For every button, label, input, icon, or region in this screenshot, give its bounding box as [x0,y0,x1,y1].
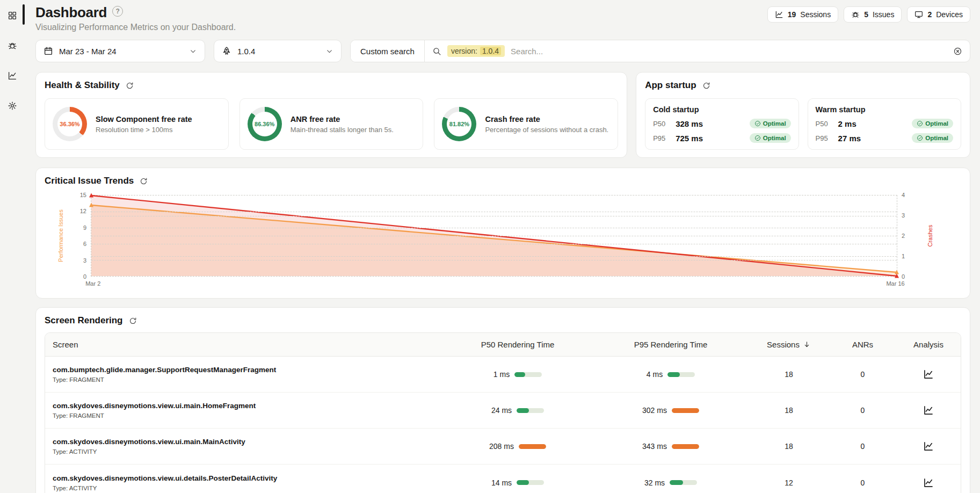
x-axis-label: Mar 16 [886,280,904,287]
gridline [91,216,897,216]
search-field[interactable]: version: 1.0.4 [425,40,970,62]
series-marker [89,193,93,198]
sessions-button[interactable]: 19Sessions [767,6,838,23]
stat-value: 2 ms [838,119,877,128]
search-tag-value: 1.0.4 [480,47,501,55]
time-bar-fill [670,480,683,485]
right-axis-tick: 4 [902,191,905,199]
donut-chart: 86.36% [248,107,282,141]
column-header-screen[interactable]: Screen [45,340,442,349]
search-input[interactable] [511,47,947,56]
gridline [91,228,897,228]
chevron-down-icon [325,47,333,55]
gridline [91,260,897,260]
nav-metrics[interactable] [5,69,20,83]
screen-table: ScreenP50 Rendering TimeP95 Rendering Ti… [45,332,961,493]
search-filter-tag[interactable]: version: 1.0.4 [447,45,505,57]
analysis-button[interactable] [923,405,934,416]
donut-value: 36.36% [57,112,82,136]
metric-text: Slow Component free rateResolution time … [96,115,192,134]
startup-stat-row: P50328 msOptimal [653,119,790,128]
analysis-button[interactable] [923,477,934,488]
date-range-select[interactable]: Mar 23 - Mar 24 [35,40,205,62]
refresh-icon [702,82,710,90]
table-body: com.bumptech.glide.manager.SupportReques… [45,357,961,493]
time-bar-fill [667,372,679,377]
table-header: ScreenP50 Rendering TimeP95 Rendering Ti… [45,333,961,357]
p50-rendering-cell: 208 ms [442,442,593,451]
version-select[interactable]: 1.0.4 [214,40,342,62]
startup-group: Warm startupP502 msOptimalP9527 msOptima… [808,98,961,150]
p95-rendering-cell: 343 ms [593,442,749,451]
health-stability-card: Health & Stability 36.36%Slow Component … [35,72,627,158]
refresh-button[interactable] [702,82,710,90]
time-value: 1 ms [493,370,510,379]
page-subtitle: Visualizing Performance Metrics on your … [35,23,236,32]
analysis-button[interactable] [923,369,934,380]
time-bar-fill [519,444,546,449]
chevron-down-icon [189,47,197,55]
stat-name: P50 [653,120,669,128]
nav-settings[interactable] [5,99,20,113]
column-header-p50-rendering-time[interactable]: P50 Rendering Time [442,340,593,349]
analysis-button[interactable] [923,441,934,452]
time-bar [517,480,544,485]
screen-name: com.skydoves.disneymotions.view.ui.main.… [53,438,435,446]
card-title: Health & Stability [45,80,120,91]
nav-issues[interactable] [5,39,20,53]
left-axis-tick: 0 [45,273,86,280]
column-header-sessions[interactable]: Sessions [749,340,829,349]
health-metric-card: 81.82%Crash free ratePercentage of sessi… [434,98,618,150]
time-value: 302 ms [642,406,667,415]
metric-label: Crash free rate [485,115,608,124]
card-title: Critical Issue Trends [45,176,134,186]
issues-button[interactable]: 5Issues [844,6,902,23]
clear-search-button[interactable] [953,47,962,56]
close-icon [953,47,962,56]
refresh-button[interactable] [129,317,137,325]
health-metrics: 36.36%Slow Component free rateResolution… [45,98,618,150]
help-icon[interactable]: ? [112,6,123,17]
badge-label: Optimal [925,120,948,127]
sessions-cell: 18 [749,406,829,415]
anrs-cell: 0 [829,406,896,415]
check-icon [754,120,761,127]
issues-icon [851,10,860,19]
table-row[interactable]: com.skydoves.disneymotions.view.ui.main.… [45,429,961,465]
sessions-cell: 12 [749,479,829,487]
devices-button[interactable]: 2Devices [907,6,970,23]
custom-search-button[interactable]: Custom search [351,40,425,62]
column-label: P50 Rendering Time [481,340,555,349]
time-bar [519,444,546,449]
table-row[interactable]: com.skydoves.disneymotions.view.ui.detai… [45,465,961,493]
left-axis-tick: 6 [45,240,86,248]
column-header-anrs[interactable]: ANRs [829,340,896,349]
right-axis-tick: 1 [902,252,905,260]
column-header-p95-rendering-time[interactable]: P95 Rendering Time [593,340,749,349]
refresh-button[interactable] [140,177,148,185]
card-title: Screen Rendering [45,315,123,326]
refresh-button[interactable] [126,82,134,90]
time-bar [670,480,697,485]
status-badge: Optimal [912,119,953,128]
startup-group-label: Warm startup [816,105,953,114]
page-title: Dashboard [35,4,107,21]
badge-label: Optimal [763,120,786,127]
screen-cell: com.bumptech.glide.manager.SupportReques… [45,359,442,389]
search-group: Custom search version: 1.0.4 [350,40,970,62]
active-page-indicator [23,4,25,25]
screen-name: com.skydoves.disneymotions.view.ui.main.… [53,402,435,410]
table-row[interactable]: com.skydoves.disneymotions.view.ui.main.… [45,393,961,429]
nav-dashboard[interactable] [5,9,20,23]
version-value: 1.0.4 [237,47,255,56]
table-row[interactable]: com.bumptech.glide.manager.SupportReques… [45,357,961,393]
refresh-icon [140,177,148,185]
app-startup-card: App startup Cold startupP50328 msOptimal… [636,72,970,158]
column-header-analysis[interactable]: Analysis [896,340,961,349]
devices-icon [914,10,923,19]
stat-count: 19 [788,10,796,19]
check-icon [754,135,761,141]
screen-cell: com.skydoves.disneymotions.view.ui.main.… [45,431,442,461]
analysis-chart-icon [923,477,934,488]
stat-value: 328 ms [676,119,714,128]
